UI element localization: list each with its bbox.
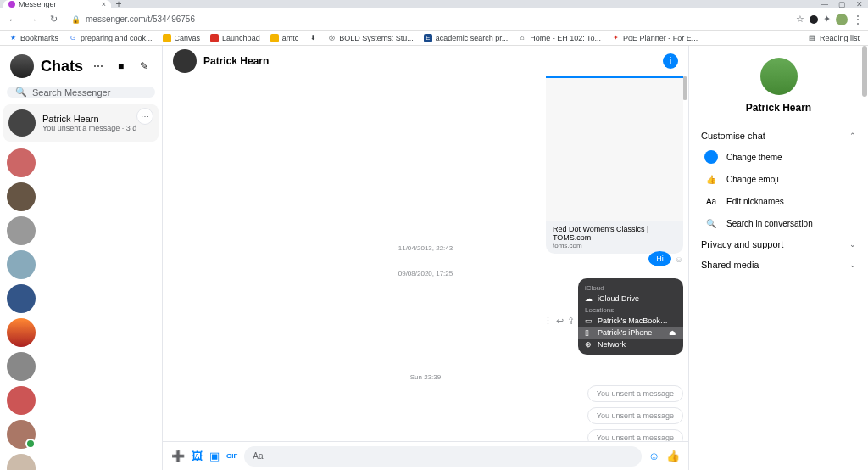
conversation-list: Patrick Hearn You unsent a message · 3 d <box>0 101 162 145</box>
toolbar-right: ☆ ✦ ⋮ <box>796 14 863 25</box>
link-preview-title: Red Dot Women's Classics | TOMS.com <box>553 225 676 242</box>
contact-avatar[interactable] <box>7 250 36 279</box>
bookmark-item[interactable]: ⌂Home - EH 102: To... <box>518 34 601 42</box>
bookmark-item[interactable]: ✦PoE Planner - For E... <box>611 34 698 42</box>
popup-section: Locations <box>585 306 676 314</box>
window-controls: — ▢ ✕ <box>815 0 868 8</box>
shared-media-toggle[interactable]: Shared media⌄ <box>689 255 868 275</box>
like-button[interactable]: 👍 <box>666 450 680 462</box>
change-emoji-option[interactable]: 👍Change emoji <box>689 168 868 190</box>
message-bubble[interactable]: Hi <box>648 251 671 266</box>
conversation-preview: You unsent a message · 3 d <box>42 124 136 132</box>
search-icon: 🔍 <box>15 87 27 98</box>
contact-avatar[interactable] <box>7 148 36 177</box>
reading-list-button[interactable]: ▤Reading list <box>808 34 860 42</box>
page-scroll-thumb[interactable] <box>862 46 867 97</box>
eject-icon[interactable]: ⏏ <box>669 328 676 337</box>
header-avatar[interactable] <box>173 49 197 73</box>
conversation-name: Patrick Hearn <box>42 114 136 124</box>
bookmark-item[interactable]: Eacademic search pr... <box>424 34 509 42</box>
react-icon[interactable]: ☺ <box>675 255 683 264</box>
browser-menu-icon[interactable]: ⋮ <box>853 14 863 25</box>
lock-icon: 🔒 <box>71 15 81 24</box>
contact-avatar[interactable] <box>7 318 36 347</box>
contact-avatar[interactable] <box>7 352 36 381</box>
reload-button[interactable]: ↻ <box>46 12 61 27</box>
reply-icon[interactable]: ↩ <box>556 316 564 327</box>
header-name: Patrick Hearn <box>203 55 656 67</box>
extensions-icon[interactable]: ✦ <box>823 14 831 25</box>
sticker-button[interactable]: ▣ <box>209 450 220 462</box>
edit-nicknames-option[interactable]: AaEdit nicknames <box>689 190 868 212</box>
link-preview-card[interactable]: Red Dot Women's Classics | TOMS.com toms… <box>546 76 683 254</box>
search-icon: 🔍 <box>704 216 718 230</box>
photo-button[interactable]: 🖼 <box>192 450 203 462</box>
info-button[interactable]: i <box>663 53 678 69</box>
contact-avatar[interactable] <box>7 216 36 245</box>
profile-avatar[interactable] <box>836 14 848 25</box>
timestamp: 09/08/2020, 17:25 <box>163 270 688 277</box>
contact-avatar[interactable] <box>7 454 36 470</box>
sidebar: Chats ⋯ ■ ✎ 🔍 Search Messenger Patrick H… <box>0 46 163 470</box>
options-button[interactable]: ⋯ <box>90 55 106 77</box>
bookmark-item[interactable]: ★Bookmarks <box>8 34 58 42</box>
cloud-icon: ☁ <box>585 294 593 303</box>
minimize-button[interactable]: — <box>821 0 828 8</box>
popup-item-macbook[interactable]: ▭Patrick's MacBook… <box>585 315 676 327</box>
add-button[interactable]: ➕ <box>171 450 185 462</box>
messenger-app: Chats ⋯ ■ ✎ 🔍 Search Messenger Patrick H… <box>0 46 868 470</box>
forward-button[interactable]: → <box>25 12 41 27</box>
maximize-button[interactable]: ▢ <box>838 0 846 8</box>
back-button[interactable]: ← <box>5 12 20 27</box>
contact-avatar[interactable] <box>7 284 36 313</box>
video-button[interactable]: ■ <box>113 55 129 77</box>
customise-chat-toggle[interactable]: Customise chat⌃ <box>689 126 868 146</box>
my-avatar[interactable] <box>10 54 34 78</box>
address-bar: ← → ↻ 🔒 messenger.com/t/534496756 ☆ ✦ ⋮ <box>0 8 868 31</box>
new-tab-button[interactable]: + <box>111 0 126 8</box>
bookmark-item[interactable]: amtc <box>270 34 299 42</box>
message-input[interactable]: Aa <box>244 446 641 467</box>
unsent-message: You unsent a message <box>587 407 683 424</box>
message-more-icon[interactable]: ⋮ <box>543 316 553 327</box>
close-tab-icon[interactable]: × <box>102 0 106 8</box>
conversation-row[interactable]: Patrick Hearn You unsent a message · 3 d <box>3 104 159 142</box>
details-pane: Patrick Hearn Customise chat⌃ Change the… <box>688 46 868 470</box>
search-messenger-input[interactable]: 🔍 Search Messenger <box>7 87 155 98</box>
share-icon[interactable]: ⇪ <box>567 316 575 327</box>
bookmark-item[interactable]: Launchpad <box>210 34 260 42</box>
message-sent: Hi ☺ <box>648 251 683 266</box>
chevron-down-icon: ⌄ <box>849 260 856 269</box>
bookmark-item[interactable]: Canvas <box>163 34 201 42</box>
conversation-avatar <box>8 109 36 137</box>
details-avatar[interactable] <box>760 58 798 95</box>
privacy-support-toggle[interactable]: Privacy and support⌄ <box>689 234 868 255</box>
popup-item-network[interactable]: ⊕Network <box>585 339 676 350</box>
conversation-pane: Patrick Hearn i Red Dot Women's Classics… <box>163 46 688 470</box>
compose-button[interactable]: ✎ <box>136 55 152 77</box>
contact-avatar[interactable] <box>7 386 36 415</box>
bookmark-star-icon[interactable]: ☆ <box>796 14 804 25</box>
chevron-up-icon: ⌃ <box>849 131 856 140</box>
url-text: messenger.com/t/534496756 <box>86 14 195 24</box>
browser-tab[interactable]: Messenger × <box>3 0 111 8</box>
change-theme-option[interactable]: Change theme <box>689 146 868 168</box>
contact-strip <box>0 145 162 470</box>
gif-button[interactable]: GIF <box>226 452 237 460</box>
emoji-button[interactable]: ☺ <box>648 450 659 462</box>
bookmarks-bar: ★Bookmarks Gpreparing and cook... Canvas… <box>0 31 868 46</box>
popup-item-icloud-drive[interactable]: ☁iCloud Drive <box>585 293 676 305</box>
contact-avatar[interactable] <box>7 420 36 449</box>
search-placeholder: Search Messenger <box>32 87 110 98</box>
record-icon[interactable] <box>810 15 818 24</box>
close-window-button[interactable]: ✕ <box>856 0 863 8</box>
page-scrollbar[interactable] <box>861 46 868 470</box>
bookmark-item[interactable]: ⬇ <box>309 34 317 42</box>
bookmark-item[interactable]: ◎BOLD Systems: Stu... <box>327 34 414 42</box>
url-field[interactable]: 🔒 messenger.com/t/534496756 <box>66 14 791 24</box>
popup-item-iphone[interactable]: ▯Patrick's iPhone⏏ <box>578 327 683 339</box>
search-conversation-option[interactable]: 🔍Search in conversation <box>689 212 868 234</box>
contact-avatar[interactable] <box>7 182 36 211</box>
bookmark-item[interactable]: Gpreparing and cook... <box>69 34 153 42</box>
chevron-down-icon: ⌄ <box>849 240 856 249</box>
